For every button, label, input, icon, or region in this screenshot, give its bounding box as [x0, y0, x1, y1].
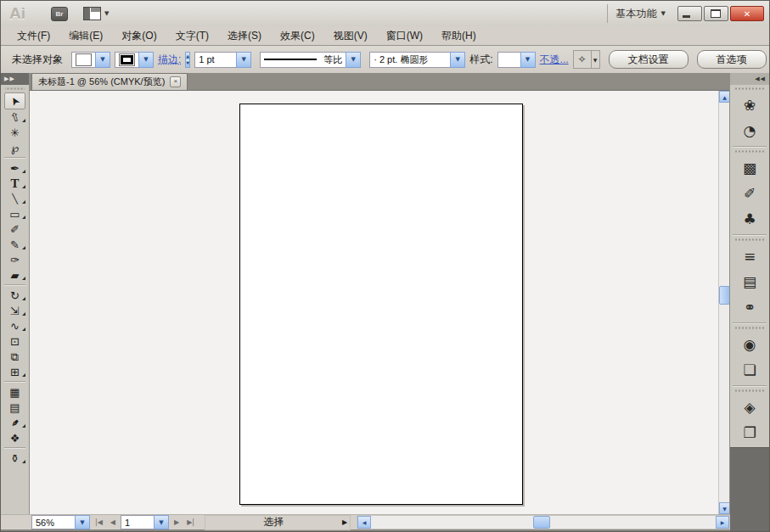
panel-button-color[interactable]: ❀	[730, 92, 769, 118]
tool-rectangle[interactable]: ▭	[1, 206, 29, 221]
artboard[interactable]	[239, 104, 523, 505]
tool-magic-wand[interactable]: ✳	[1, 125, 29, 140]
tool-type[interactable]: T	[1, 176, 29, 191]
horizontal-scroll-track[interactable]	[371, 516, 716, 529]
zoom-level-dropdown[interactable]: 56% ▼	[31, 515, 90, 529]
menu-view[interactable]: 视图(V)	[324, 27, 377, 45]
symbol-sprayer-tool-icon: ⚱	[10, 453, 20, 464]
tool-direct-selection[interactable]: ⇧	[1, 109, 29, 125]
workspace-layout-switcher[interactable]: ▼	[83, 7, 109, 20]
style-dropdown[interactable]: ▼	[497, 52, 536, 68]
panel-button-gradient[interactable]: ▤	[730, 269, 769, 294]
menu-window[interactable]: 窗口(W)	[377, 27, 432, 45]
tool-blob-brush[interactable]: ✑	[1, 252, 29, 267]
menu-type[interactable]: 文字(T)	[166, 27, 218, 45]
tool-eraser[interactable]: ▰	[1, 267, 29, 283]
next-artboard-button[interactable]: ▶	[171, 518, 182, 526]
previous-artboard-button[interactable]: ◀	[108, 518, 118, 526]
last-artboard-button[interactable]: ▶|	[184, 518, 197, 526]
stroke-panel-link[interactable]: 描边:	[158, 53, 181, 67]
panel-button-transparency[interactable]: ⚭	[730, 294, 769, 320]
menu-edit[interactable]: 编辑(E)	[59, 27, 112, 45]
workspace-chevron-down-icon[interactable]: ▼	[661, 10, 666, 17]
menu-select[interactable]: 选择(S)	[218, 27, 271, 45]
bridge-button[interactable]: Br	[51, 7, 68, 21]
tool-symbol-sprayer[interactable]: ⚱	[1, 451, 29, 466]
status-flyout-icon[interactable]: ▶	[342, 518, 350, 526]
stroke-weight-dropdown[interactable]: 1 pt ▼	[194, 52, 251, 68]
document-setup-button[interactable]: 文档设置	[609, 50, 689, 69]
panel-button-stroke[interactable]: ≡	[730, 244, 769, 269]
artboard-number-dropdown[interactable]: 1 ▼	[121, 515, 169, 529]
tool-pen[interactable]: ✒	[1, 160, 29, 176]
width-profile-dropdown[interactable]: 等比 ▼	[260, 52, 361, 68]
panel-button-swatches[interactable]: ▩	[730, 155, 769, 181]
tool-perspective-grid[interactable]: ⊞	[1, 364, 29, 379]
panel-button-artboards[interactable]: ❐	[730, 420, 769, 445]
tool-lasso[interactable]: ℘	[1, 140, 29, 155]
menu-file[interactable]: 文件(F)	[8, 27, 59, 45]
panel-button-color-guide[interactable]: ◔	[730, 118, 769, 143]
panel-button-brushes[interactable]: ✐	[730, 181, 769, 206]
preferences-button[interactable]: 首选项	[697, 50, 767, 69]
brush-definition-dropdown[interactable]: · 2 pt. 椭圆形 ▼	[369, 52, 465, 68]
toolbar-divider	[4, 284, 25, 286]
tools-panel-grip-handle[interactable]	[5, 87, 25, 91]
tool-paintbrush[interactable]: ✐	[1, 221, 29, 237]
color-guide-panel-icon: ◔	[744, 122, 756, 139]
menu-help[interactable]: 帮助(H)	[432, 27, 486, 45]
dock-grip-handle[interactable]	[734, 389, 765, 393]
vertical-scrollbar[interactable]: ▲ ▼	[718, 91, 730, 514]
width-tool-icon: ∿	[10, 321, 20, 332]
document-tab[interactable]: 未标题-1 @ 56% (CMYK/预览) ×	[31, 73, 188, 90]
dock-expand-icon[interactable]: ◀◀	[730, 73, 769, 85]
tool-line[interactable]: ╲	[1, 191, 29, 206]
horizontal-scrollbar-thumb[interactable]	[533, 516, 550, 529]
fill-color-dropdown[interactable]: ▼	[71, 52, 110, 68]
horizontal-scrollbar[interactable]: ◀ ▶	[357, 515, 730, 529]
panel-button-graphic-styles[interactable]: ❏	[730, 357, 769, 383]
tool-width[interactable]: ∿	[1, 318, 29, 333]
menu-effect[interactable]: 效果(C)	[271, 27, 324, 45]
tool-gradient[interactable]: ▤	[1, 400, 29, 415]
workspace-name-label[interactable]: 基本功能	[616, 7, 657, 21]
menu-object[interactable]: 对象(O)	[112, 27, 166, 45]
tool-scale[interactable]: ⇲	[1, 303, 29, 318]
panel-button-appearance[interactable]: ◉	[730, 332, 769, 357]
document-tab-close-icon[interactable]: ×	[170, 76, 181, 87]
tool-rotate[interactable]: ↻	[1, 288, 29, 303]
minimize-button[interactable]	[677, 6, 702, 21]
dock-grip-handle[interactable]	[734, 87, 765, 91]
close-button[interactable]: ✕	[730, 6, 764, 21]
dock-empty-area	[730, 447, 769, 531]
canvas-pasteboard[interactable]: ▲ ▼	[30, 91, 730, 514]
opacity-link[interactable]: 不透...	[540, 53, 569, 67]
scroll-right-icon[interactable]: ▶	[716, 516, 729, 529]
dock-grip-handle[interactable]	[734, 326, 765, 330]
tools-panel-expand-icon[interactable]: ▶▶	[1, 73, 29, 85]
tool-selection[interactable]: ➤	[4, 92, 25, 109]
tool-eyedropper[interactable]: ✒	[1, 415, 29, 430]
first-artboard-button[interactable]: |◀	[93, 518, 105, 526]
dock-icon-list: ❀◔▩✐♣≡▤⚭◉❏◈❐	[730, 85, 769, 447]
tool-shape-builder[interactable]: ⧉	[1, 349, 29, 364]
tool-mesh[interactable]: ▦	[1, 384, 29, 400]
chevron-down-icon: ▼	[104, 10, 109, 17]
control-bar: 未选择对象 ▼ ▼ 描边: ▲▼ 1 pt ▼ 等比 ▼ · 2 pt. 椭圆形…	[1, 46, 769, 74]
dock-grip-handle[interactable]	[734, 238, 765, 242]
swatches-panel-icon: ▩	[743, 160, 756, 176]
status-display[interactable]: 选择 ▶	[205, 515, 351, 530]
stroke-profile-preview	[264, 59, 317, 60]
tool-blend[interactable]: ❖	[1, 430, 29, 445]
stroke-color-dropdown[interactable]: ▼	[115, 52, 154, 68]
tool-pencil[interactable]: ✎	[1, 237, 29, 252]
stroke-weight-stepper[interactable]: ▲▼	[185, 52, 190, 68]
dock-divider	[733, 234, 767, 236]
select-similar-button[interactable]: ✧ ▼	[573, 50, 600, 69]
dock-grip-handle[interactable]	[734, 149, 765, 154]
panel-button-layers[interactable]: ◈	[730, 395, 769, 420]
scroll-left-icon[interactable]: ◀	[357, 516, 371, 529]
panel-button-symbols[interactable]: ♣	[730, 206, 769, 232]
restore-button[interactable]	[704, 6, 728, 21]
tool-free-transform[interactable]: ⊡	[1, 333, 29, 349]
